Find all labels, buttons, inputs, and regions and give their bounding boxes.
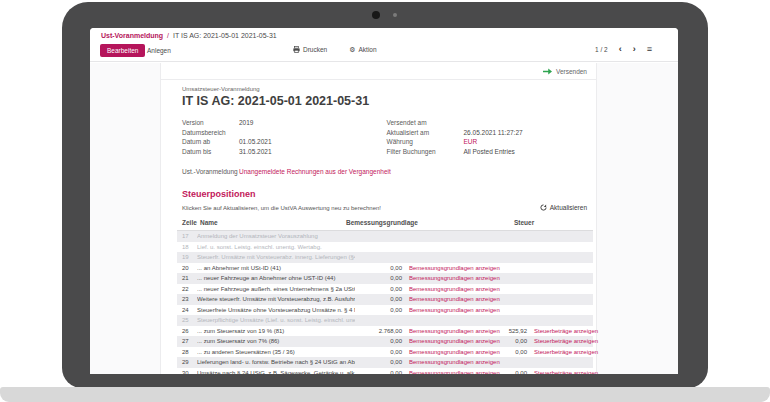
- base-amounts-link[interactable]: Bemessungsgrundlagen anzeigen: [402, 265, 487, 271]
- hamburger-icon[interactable]: ≡: [647, 45, 652, 53]
- refresh-icon: [540, 204, 547, 211]
- chevron-right-icon[interactable]: ›: [633, 45, 636, 53]
- base-amounts-link[interactable]: Bemessungsgrundlagen anzeigen: [402, 286, 487, 292]
- refresh-hint: Klicken Sie auf Aktualisieren, um die Us…: [182, 205, 381, 211]
- laptop-frame: Ust-Voranmeldung / IT IS AG: 2021-05-01 …: [62, 2, 708, 388]
- row-name: Lief. u. sonst. Leistg. einschl. unentg.…: [197, 244, 355, 250]
- base-amounts-link[interactable]: Bemessungsgrundlagen anzeigen: [402, 338, 487, 344]
- refresh-button[interactable]: Aktualisieren: [540, 204, 587, 211]
- action-label: Aktion: [359, 46, 377, 53]
- base-link-label: Bemessungsgrundlagen anzeigen: [409, 307, 500, 313]
- field-value: All Posted Entries: [464, 147, 515, 157]
- col-zeile: Zeile: [182, 219, 197, 226]
- table-row: 24Steuerfreie Umsätze ohne Vorsteuerabzu…: [177, 305, 593, 316]
- print-label: Drucken: [303, 46, 327, 53]
- row-base-value: 0,00: [355, 338, 402, 344]
- breadcrumb-section[interactable]: Ust-Voranmeldung: [101, 32, 163, 39]
- table-row: 30Umsätze nach § 24 UStG, z.B. Sägewerke…: [177, 368, 593, 375]
- row-name: Lieferungen land- u. forstw. Betriebe na…: [197, 359, 355, 365]
- app-header: Ust-Voranmeldung / IT IS AG: 2021-05-01 …: [90, 28, 678, 62]
- table-row: 26... zum Steuersatz von 19 % (81)2.768,…: [177, 326, 593, 337]
- tax-amounts-link[interactable]: Steuerbeträge anzeigen: [527, 349, 593, 355]
- base-amounts-link[interactable]: Bemessungsgrundlagen anzeigen: [402, 359, 487, 365]
- row-name: ... an Abnehmer mit USt-ID (41): [197, 265, 355, 271]
- col-steuer: Steuer: [514, 219, 534, 226]
- row-name: Weitere steuerfr. Umsätze mit Vorsteuera…: [197, 296, 355, 302]
- tax-link-label: Steuerbeträge anzeigen: [534, 338, 598, 344]
- field-datumsbereich: Datumsbereich: [182, 128, 387, 138]
- screen: Ust-Voranmeldung / IT IS AG: 2021-05-01 …: [90, 28, 678, 374]
- base-amounts-link[interactable]: Bemessungsgrundlagen anzeigen: [402, 307, 487, 313]
- table-row: 27... zum Steuersatz von 7% (86)0,00Beme…: [177, 336, 593, 347]
- tax-amounts-link[interactable]: Steuerbeträge anzeigen: [527, 328, 593, 334]
- row-tax-value: 0,00: [487, 338, 527, 344]
- gear-icon: ⚙: [349, 47, 355, 53]
- row-name: Steuerpflichtige Umsätze (Lief. u. sonst…: [197, 317, 355, 323]
- create-button[interactable]: Anlegen: [147, 47, 171, 54]
- row-name: ... neuer Fahrzeuge an Abnehmer ohne UST…: [197, 275, 355, 281]
- print-button[interactable]: Drucken: [293, 46, 327, 53]
- base-amounts-link[interactable]: Bemessungsgrundlagen anzeigen: [402, 370, 487, 374]
- breadcrumb-separator: /: [167, 32, 169, 39]
- base-link-label: Bemessungsgrundlagen anzeigen: [409, 359, 500, 365]
- green-arrow-right-icon: [543, 68, 552, 75]
- table-row: 28... zu anderen Steuersätzen (35 / 36)0…: [177, 347, 593, 358]
- tax-amounts-link[interactable]: Steuerbeträge anzeigen: [527, 370, 593, 374]
- tax-link-label: Steuerbeträge anzeigen: [534, 349, 598, 355]
- row-base-value: 0,00: [355, 265, 402, 271]
- row-zeile: 23: [177, 296, 197, 302]
- row-zeile: 18: [177, 244, 197, 250]
- refresh-label: Aktualisieren: [550, 204, 587, 211]
- unreported-invoices-link[interactable]: Unangemeldete Rechnungen aus der Vergang…: [239, 168, 391, 175]
- camera-icon: [372, 11, 380, 19]
- toolbar-center: Drucken ⚙ Aktion: [293, 46, 377, 53]
- base-amounts-link[interactable]: Bemessungsgrundlagen anzeigen: [402, 296, 487, 302]
- row-tax-value: 525,92: [487, 328, 527, 334]
- field-filter-buchungen: Filter Buchungen All Posted Entries: [387, 147, 592, 157]
- base-amounts-link[interactable]: Bemessungsgrundlagen anzeigen: [402, 349, 487, 355]
- field-label: Filter Buchungen: [387, 147, 464, 157]
- table-header: Zeile Name Bemessungsgrundlage Steuer: [177, 219, 593, 231]
- table-row: 29Lieferungen land- u. forstw. Betriebe …: [177, 357, 593, 368]
- chevron-left-icon[interactable]: ‹: [619, 45, 622, 53]
- row-name: Umsätze nach § 24 UStG, z.B. Sägewerke, …: [197, 370, 355, 374]
- row-tax-value: 0,00: [487, 370, 527, 374]
- camera-led-icon: [393, 13, 397, 17]
- ustva-label: Ust.-Voranmeldung: [182, 168, 239, 175]
- positions-table-body: 17Anmeldung der Umsatzsteuer Vorauszahlu…: [177, 231, 593, 374]
- row-zeile: 21: [177, 275, 197, 281]
- base-amounts-link[interactable]: Bemessungsgrundlagen anzeigen: [402, 275, 487, 281]
- table-row: 21... neuer Fahrzeuge an Abnehmer ohne U…: [177, 273, 593, 284]
- field-label: Währung: [387, 137, 464, 147]
- row-base-value: 0,00: [355, 296, 402, 302]
- row-tax-value: 0,00: [487, 349, 527, 355]
- base-amounts-link[interactable]: Bemessungsgrundlagen anzeigen: [402, 328, 487, 334]
- row-base-value: 0,00: [355, 359, 402, 365]
- field-value: 2019: [239, 118, 253, 128]
- field-datum-bis: Datum bis 31.05.2021: [182, 147, 387, 157]
- document-card: Versenden Umsatzsteuer-Voranmeldung IT I…: [160, 63, 597, 374]
- field-version: Version 2019: [182, 118, 387, 128]
- field-value: 26.05.2021 11:27:27: [464, 128, 523, 138]
- row-zeile: 27: [177, 338, 197, 344]
- tax-link-label: Steuerbeträge anzeigen: [534, 370, 598, 374]
- currency-link[interactable]: EUR: [464, 137, 478, 147]
- row-zeile: 17: [177, 233, 197, 239]
- page-background: Versenden Umsatzsteuer-Voranmeldung IT I…: [90, 63, 678, 374]
- field-label: Aktualisiert am: [387, 128, 464, 138]
- row-name: Anmeldung der Umsatzsteuer Vorauszahlung: [197, 233, 355, 239]
- action-button[interactable]: ⚙ Aktion: [349, 46, 376, 53]
- breadcrumb: Ust-Voranmeldung / IT IS AG: 2021-05-01 …: [101, 32, 277, 39]
- send-button[interactable]: Versenden: [556, 68, 587, 75]
- ustva-row: Ust.-Voranmeldung Unangemeldete Rechnung…: [182, 168, 591, 175]
- edit-button[interactable]: Bearbeiten: [100, 44, 145, 57]
- table-row: 23Weitere steuerfr. Umsätze mit Vorsteue…: [177, 294, 593, 305]
- base-link-label: Bemessungsgrundlagen anzeigen: [409, 286, 500, 292]
- table-row: 19Steuerfr. Umsätze mit Vorsteuerabz. in…: [177, 252, 593, 263]
- fields-right: Versendet am Aktualisiert am 26.05.2021 …: [387, 118, 592, 156]
- tax-amounts-link[interactable]: Steuerbeträge anzeigen: [527, 338, 593, 344]
- field-label: Version: [182, 118, 239, 128]
- base-link-label: Bemessungsgrundlagen anzeigen: [409, 275, 500, 281]
- tax-link-label: Steuerbeträge anzeigen: [534, 328, 598, 334]
- field-label: Datumsbereich: [182, 128, 239, 138]
